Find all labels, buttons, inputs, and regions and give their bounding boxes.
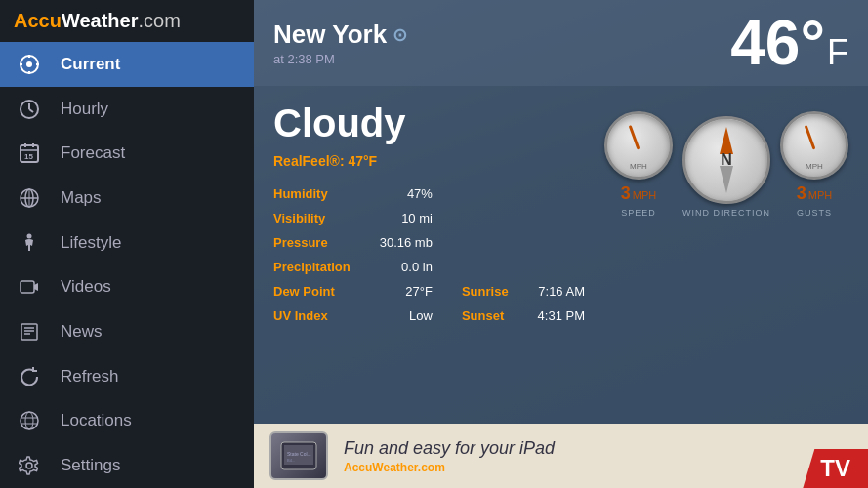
- logo-bar: AccuWeather.com: [0, 0, 254, 42]
- speed-value: 3: [621, 183, 631, 204]
- tv-badge: TV: [803, 449, 868, 488]
- speed-gauge-container: MPH 3 MPH SPEED: [604, 111, 673, 218]
- dewpoint-value: 27°F: [365, 280, 433, 303]
- gusts-value-display: 3 MPH: [797, 183, 832, 204]
- news-icon: [14, 316, 45, 347]
- weather-right: MPH 3 MPH SPEED N: [604, 102, 848, 408]
- sidebar-item-label-refresh: Refresh: [61, 367, 119, 386]
- speed-label: SPEED: [621, 208, 656, 218]
- hourly-icon: [14, 94, 45, 125]
- weather-stats-table: Humidity 47% Visibility 10 mi Pressure 3…: [273, 183, 585, 327]
- gusts-gauge-container: MPH 3 MPH GUSTS: [780, 111, 848, 218]
- app-container: AccuWeather.com Current: [0, 0, 868, 488]
- sidebar-item-forecast[interactable]: 15 Forecast: [0, 131, 254, 176]
- temperature-unit: F: [827, 32, 848, 73]
- speed-value-display: 3 MPH: [621, 183, 656, 204]
- sidebar-item-label-videos: Videos: [61, 277, 111, 297]
- gusts-unit: MPH: [808, 189, 832, 201]
- sidebar-item-label-forecast: Forecast: [61, 143, 125, 163]
- svg-text:15: 15: [24, 152, 33, 161]
- compass-arrow-up: [720, 127, 733, 154]
- sidebar-item-label-settings: Settings: [61, 456, 120, 475]
- ad-tablet-image: State Col... B4...: [269, 431, 328, 480]
- ad-text-block: Fun and easy for your iPad AccuWeather.c…: [344, 438, 555, 474]
- svg-text:B4...: B4...: [287, 458, 295, 463]
- maps-icon: [14, 183, 45, 214]
- sidebar-item-settings[interactable]: Settings: [0, 443, 254, 488]
- gauges-row: MPH 3 MPH SPEED N: [604, 111, 848, 218]
- ad-banner: State Col... B4... Fun and easy for your…: [254, 424, 868, 488]
- speed-mph-label: MPH: [630, 162, 647, 171]
- sidebar-item-label-maps: Maps: [61, 188, 102, 208]
- sunset-label: Sunset: [433, 305, 523, 327]
- sunset-value: 4:31 PM: [523, 305, 585, 327]
- time-label: at 2:38 PM: [273, 52, 407, 66]
- main-content: New York ⊙ at 2:38 PM 46° F Cloudy RealF…: [254, 0, 868, 488]
- weather-left: Cloudy RealFeel®: 47°F Humidity 47% Visi…: [273, 102, 585, 408]
- direction-label: WIND DIRECTION: [682, 208, 770, 218]
- gusts-gauge: MPH: [780, 111, 848, 180]
- sidebar-item-lifestyle[interactable]: Lifestyle: [0, 221, 254, 265]
- dewpoint-label: Dew Point: [273, 280, 365, 303]
- realfeel-text: RealFeel®: 47°F: [273, 153, 585, 169]
- svg-point-1: [26, 61, 32, 67]
- sidebar-item-refresh[interactable]: Refresh: [0, 354, 254, 399]
- speed-needle: [629, 125, 641, 149]
- sidebar-item-news[interactable]: News: [0, 309, 254, 354]
- visibility-value: 10 mi: [365, 207, 433, 229]
- refresh-icon: [14, 361, 45, 392]
- lifestyle-icon: [14, 227, 45, 259]
- uvindex-label: UV Index: [273, 305, 365, 327]
- pressure-value: 30.16 mb: [365, 231, 433, 254]
- speed-unit: MPH: [633, 189, 656, 201]
- svg-point-18: [27, 233, 32, 238]
- sidebar-item-label-hourly: Hourly: [61, 100, 108, 119]
- weather-body: Cloudy RealFeel®: 47°F Humidity 47% Visi…: [254, 86, 868, 424]
- locations-icon: [14, 405, 45, 436]
- svg-point-28: [26, 463, 32, 468]
- sunrise-value: 7:16 AM: [523, 280, 585, 303]
- sidebar-item-videos[interactable]: Videos: [0, 265, 254, 310]
- videos-icon: [14, 271, 45, 303]
- compass-gauge: N: [682, 116, 770, 204]
- gusts-mph-label: MPH: [806, 162, 823, 171]
- temperature-display: 46° F: [730, 12, 848, 74]
- condition-text: Cloudy: [273, 102, 585, 145]
- compass-gauge-container: N WIND DIRECTION: [682, 116, 770, 218]
- sidebar-item-locations[interactable]: Locations: [0, 399, 254, 444]
- ad-text: Fun and easy for your iPad: [344, 438, 555, 459]
- sidebar-item-current[interactable]: Current: [0, 42, 254, 87]
- sidebar-item-maps[interactable]: Maps: [0, 176, 254, 221]
- city-name: New York ⊙: [273, 20, 407, 50]
- uvindex-value: Low: [365, 305, 433, 327]
- city-dropdown-icon[interactable]: ⊙: [393, 24, 407, 46]
- sidebar-item-label-lifestyle: Lifestyle: [61, 233, 121, 253]
- svg-rect-20: [21, 324, 37, 340]
- pressure-label: Pressure: [273, 231, 365, 254]
- visibility-label: Visibility: [273, 207, 365, 229]
- humidity-label: Humidity: [273, 183, 365, 205]
- humidity-value: 47%: [365, 183, 433, 205]
- forecast-icon: 15: [14, 138, 45, 169]
- gusts-needle: [805, 125, 816, 149]
- gusts-value: 3: [797, 183, 806, 204]
- sidebar: AccuWeather.com Current: [0, 0, 254, 488]
- current-icon: [14, 49, 45, 80]
- svg-text:State Col...: State Col...: [287, 451, 311, 457]
- svg-point-25: [25, 412, 33, 429]
- temperature-value: 46°: [730, 12, 825, 74]
- gusts-label: GUSTS: [797, 208, 832, 218]
- sidebar-item-hourly[interactable]: Hourly: [0, 87, 254, 132]
- sidebar-item-label-news: News: [61, 322, 103, 342]
- settings-icon: [14, 450, 45, 481]
- weather-header: New York ⊙ at 2:38 PM 46° F: [254, 0, 868, 86]
- svg-line-8: [29, 109, 33, 112]
- sunrise-label: Sunrise: [433, 280, 523, 303]
- compass-arrow-down: [720, 166, 733, 193]
- ad-logo: AccuWeather.com: [344, 461, 555, 474]
- precipitation-label: Precipitation: [273, 256, 365, 278]
- sidebar-item-label-current: Current: [61, 55, 120, 74]
- precipitation-value: 0.0 in: [365, 256, 433, 278]
- speed-gauge: MPH: [604, 111, 673, 180]
- compass-direction: N: [721, 151, 732, 169]
